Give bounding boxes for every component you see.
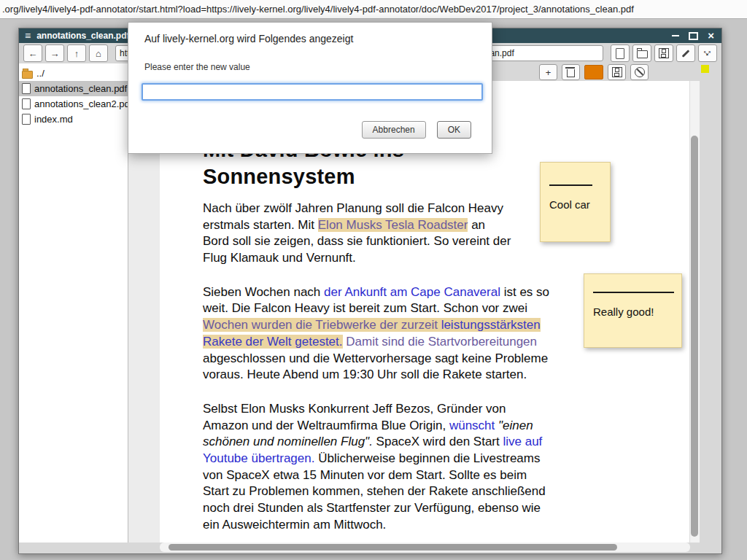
cancel-button[interactable]: Abbrechen (362, 121, 426, 139)
back-button[interactable]: ← (23, 44, 42, 62)
file-icon (22, 114, 31, 125)
pencil-icon (682, 50, 690, 58)
pdf-text-segment: ist es so (500, 285, 549, 299)
note-ink-stroke (593, 292, 674, 293)
note-text: Cool car (549, 198, 610, 211)
forward-button[interactable]: → (45, 44, 64, 62)
cancel-annotation-button[interactable] (630, 64, 649, 80)
back-arrow-icon: ← (28, 48, 38, 59)
pdf-text-segment: an (468, 218, 485, 232)
pdf-text-segment: Nach über zwölf Jahren Planung soll die … (203, 201, 503, 215)
pdf-text-segment: noch drei Stunden als Startfenster zur V… (203, 501, 541, 515)
vertical-scrollbar[interactable] (689, 81, 700, 542)
delete-annotation-button[interactable] (562, 64, 580, 80)
pdf-text-segment: Bord soll sie zeigen, dass sie funktioni… (203, 234, 511, 248)
dialog-message: Please enter the new value (144, 62, 476, 72)
note-text: Really good! (593, 306, 681, 318)
file-icon (22, 98, 31, 109)
save-icon (612, 67, 622, 77)
pdf-text-segment: weit. Die Falcon Heavy ist bereit zum St… (203, 301, 527, 315)
pdf-text-segment: "einen (498, 419, 533, 432)
dialog-value-input[interactable] (142, 83, 483, 101)
file-item-annotations-clean[interactable]: annotations_clean.pdf (19, 81, 128, 96)
pdf-text-segment: Sonnensystem (203, 165, 355, 188)
browser-url-bar[interactable]: .org/lively4/lively4-pdf-annotator/start… (0, 0, 747, 19)
pdf-text-segment: voraus. Heute Abend um 19:30 Uhr soll di… (203, 368, 527, 381)
expand-icon (702, 47, 713, 59)
file-name: annotations_clean.pdf (34, 83, 127, 94)
pdf-text-segment: Sieben Wochen nach (203, 285, 324, 299)
new-file-button[interactable] (611, 44, 630, 62)
pdf-link[interactable]: der Ankunft am Cape Canaveral (324, 285, 500, 299)
sticky-note-really-good[interactable]: Really good! (584, 273, 682, 348)
note-ink-stroke (549, 184, 592, 186)
file-item-parent-dir[interactable]: ../ (19, 66, 128, 81)
expand-button[interactable] (698, 44, 717, 62)
forward-arrow-icon: → (50, 48, 60, 59)
ok-button[interactable]: OK (437, 121, 471, 139)
folder-icon (637, 50, 648, 58)
pdf-text-segment: ein Ausweichtermin am Mittwoch. (203, 518, 386, 532)
pdf-text-segment: Wochen wurden die Triebwerke der zurzeit (203, 318, 441, 332)
trash-icon (567, 69, 575, 77)
up-arrow-icon: ↑ (74, 48, 80, 59)
add-annotation-button[interactable]: + (539, 64, 557, 80)
pdf-text-segment: Amazon und der Weltraumfirma Blue Origin… (203, 419, 449, 432)
pdf-link[interactable]: wünscht (449, 419, 495, 432)
pdf-link[interactable]: live auf (503, 435, 542, 448)
file-name: index.md (34, 114, 73, 125)
save-icon (659, 48, 669, 58)
plus-icon: + (546, 67, 551, 78)
pdf-link[interactable]: leistungsstärksten (441, 318, 541, 332)
pdf-text-segment: erstmals starten. Mit (203, 218, 318, 232)
pdf-text-segment: abgeschlossen und die Wettervorhersage s… (203, 351, 548, 365)
maximize-icon[interactable] (689, 32, 698, 40)
menu-icon[interactable]: ≡ (25, 28, 31, 43)
pdf-link[interactable]: Youtube übertragen. (203, 451, 314, 465)
pdf-text-segment: Selbst Elon Musks Konkurrent Jeff Bezos,… (203, 402, 506, 416)
home-button[interactable]: ⌂ (89, 44, 108, 62)
dialog-title: Auf lively-kernel.org wird Folgendes ang… (144, 33, 476, 44)
pdf-text-segment: von SpaceX etwa 15 Minuten vor dem Start… (203, 468, 527, 482)
horizontal-scrollbar-thumb[interactable] (169, 544, 617, 551)
pdf-link[interactable]: Rakete der Welt getestet. (203, 335, 343, 349)
open-folder-button[interactable] (632, 44, 651, 62)
pdf-text-segment: SpaceX wird den Start (373, 435, 503, 448)
save-annotations-button[interactable] (608, 64, 626, 80)
dialog-buttons: Abbrechen OK (362, 121, 471, 139)
pdf-text-segment: Damit sind die Startvorbereitungen (346, 335, 537, 349)
file-name: annotations_clean2.pdf (34, 98, 128, 109)
file-item-annotations-clean2[interactable]: annotations_clean2.pdf (19, 96, 128, 112)
save-button[interactable] (654, 44, 673, 62)
pdf-paragraph: Selbst Elon Musks Konkurrent Jeff Bezos,… (203, 401, 611, 534)
annotation-color-swatch[interactable] (584, 65, 603, 79)
pdf-text-segment: Start zu Problemen kommen, stehen der Ra… (203, 484, 546, 498)
pdf-text-segment: Üblicherweise beginnen die Livestreams (314, 451, 540, 465)
pdf-paragraph: Sieben Wochen nach der Ankunft am Cape C… (203, 284, 611, 384)
pdf-text-segment: schönen und nominellen Flug". (203, 435, 373, 448)
browser-url-text: .org/lively4/lively4-pdf-annotator/start… (2, 4, 634, 15)
vertical-scrollbar-thumb[interactable] (691, 136, 698, 537)
window-title: annotations_clean.pdf (36, 31, 129, 41)
new-file-icon (616, 48, 624, 59)
edit-button[interactable] (676, 44, 695, 62)
prompt-dialog: Auf lively-kernel.org wird Folgendes ang… (128, 22, 492, 154)
block-icon (635, 67, 645, 77)
file-name: ../ (36, 68, 44, 79)
window-controls: × (672, 28, 714, 43)
folder-icon (22, 71, 33, 79)
annotation-marker-swatch[interactable] (701, 65, 709, 73)
file-list-sidebar: ../ annotations_clean.pdf annotations_cl… (19, 63, 128, 542)
horizontal-scrollbar[interactable] (160, 542, 690, 552)
pdf-text-segment: Elon Musks Tesla Roadster (318, 218, 468, 232)
file-icon (22, 83, 31, 94)
minimize-icon[interactable] (672, 35, 679, 36)
file-item-index-md[interactable]: index.md (19, 112, 128, 127)
close-icon[interactable]: × (708, 29, 714, 42)
home-icon: ⌂ (96, 48, 101, 59)
pdf-text-segment: Flug Klamauk und Vernunft. (203, 251, 356, 265)
up-button[interactable]: ↑ (67, 44, 86, 62)
sticky-note-cool-car[interactable]: Cool car (540, 162, 611, 242)
screen: .org/lively4/lively4-pdf-annotator/start… (0, 0, 747, 560)
